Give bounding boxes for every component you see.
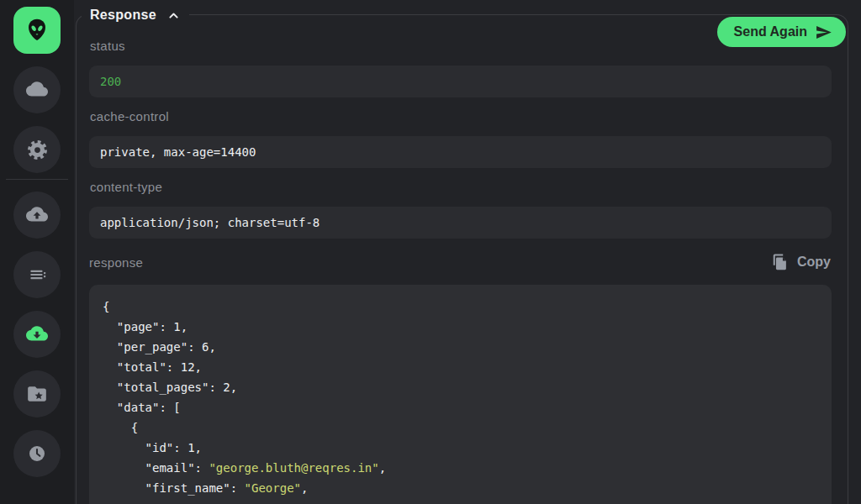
response-body[interactable]: { "page": 1, "per_page": 6, "total": 12,…: [89, 285, 832, 504]
sidebar-item-cloud[interactable]: [13, 66, 61, 113]
sidebar-item-history[interactable]: [13, 430, 61, 477]
cloud-download-icon: [26, 323, 48, 345]
cloud-icon: [26, 79, 48, 101]
status-value: 200: [89, 66, 832, 97]
send-again-label: Send Again: [734, 24, 807, 39]
sidebar: [0, 0, 74, 504]
code-line: "total": 12,: [103, 357, 818, 377]
sidebar-item-home[interactable]: [13, 7, 61, 54]
gear-icon: [26, 139, 49, 161]
chevron-up-icon[interactable]: [166, 8, 181, 23]
folder-star-icon: [26, 383, 48, 405]
content-type-value: application/json; charset=utf-8: [89, 207, 832, 239]
response-label: response: [89, 255, 143, 270]
sidebar-item-download[interactable]: [13, 311, 61, 358]
code-line: {: [103, 417, 818, 438]
cache-control-label: cache-control: [90, 109, 832, 123]
sidebar-item-upload[interactable]: [13, 192, 61, 239]
panel-legend: Response: [82, 4, 189, 26]
cloud-upload-icon: [26, 204, 48, 226]
code-line: "data": [: [103, 397, 818, 417]
copy-button[interactable]: Copy: [771, 253, 832, 271]
content-type-label: content-type: [90, 180, 832, 194]
copy-icon: [771, 253, 790, 271]
response-row: response Copy: [89, 253, 832, 271]
send-icon: [815, 24, 832, 41]
request-list-icon: [26, 264, 48, 286]
code-line: "id": 1,: [103, 438, 818, 458]
code-line: "page": 1,: [103, 317, 818, 337]
sidebar-item-settings[interactable]: [13, 126, 61, 173]
alien-icon: [24, 17, 50, 44]
code-line: "per_page": 6,: [103, 337, 818, 357]
send-again-button[interactable]: Send Again: [717, 17, 846, 47]
sidebar-item-collections[interactable]: [13, 370, 61, 417]
cache-control-value: private, max-age=14400: [89, 136, 832, 168]
copy-label: Copy: [797, 255, 831, 270]
panel-title: Response: [90, 8, 156, 23]
code-line: "total_pages": 2,: [103, 377, 818, 397]
response-panel: Response Send Again status 200 cache-con…: [76, 14, 848, 504]
sidebar-divider: [6, 179, 68, 180]
code-line: "first_name": "George",: [103, 478, 818, 498]
clock-icon: [26, 443, 48, 465]
code-line: {: [103, 297, 818, 317]
code-line: "email": "george.bluth@reqres.in",: [103, 458, 818, 478]
sidebar-item-requests[interactable]: [13, 251, 61, 298]
